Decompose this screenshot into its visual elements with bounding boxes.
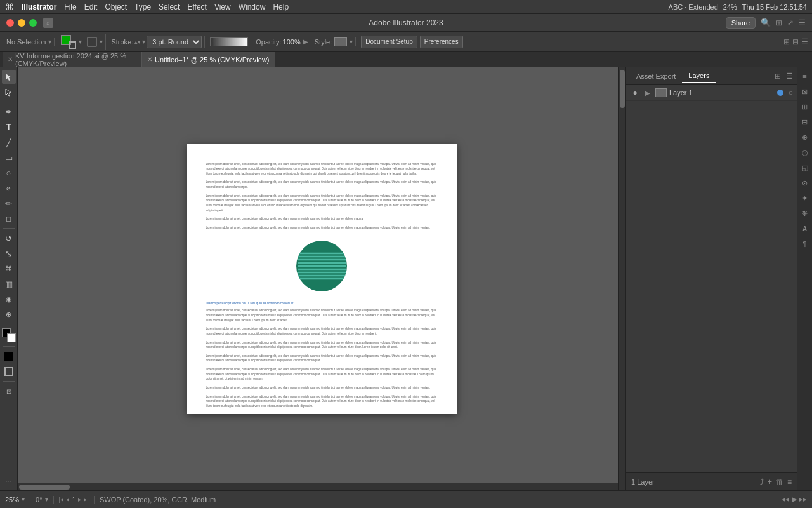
pathfinder-icon[interactable]: ⊕ bbox=[799, 131, 811, 144]
stroke-stepper: ▴▾ bbox=[134, 39, 141, 45]
menu-select[interactable]: Select bbox=[159, 3, 180, 11]
menu-icon[interactable]: ☰ bbox=[799, 18, 806, 27]
menu-help[interactable]: Help bbox=[273, 3, 289, 11]
layer-visibility-icon[interactable]: ● bbox=[630, 88, 640, 98]
menu-effect[interactable]: Effect bbox=[187, 3, 206, 11]
style-dropdown-icon[interactable]: ▾ bbox=[100, 38, 103, 45]
menu-object[interactable]: Object bbox=[105, 3, 127, 11]
eraser-tool[interactable]: ◻ bbox=[2, 211, 16, 225]
fill-dropdown-icon[interactable]: ▾ bbox=[79, 38, 82, 45]
selection-dropdown-icon[interactable]: ▾ bbox=[48, 38, 51, 45]
last-page-btn[interactable]: ▸| bbox=[84, 496, 89, 503]
panel-menu-icon[interactable]: ☰ bbox=[801, 37, 808, 46]
zoom-section: 25% ▾ bbox=[5, 496, 30, 504]
background-swatch[interactable] bbox=[7, 333, 16, 342]
pencil-tool[interactable]: ✏ bbox=[2, 196, 16, 210]
search-icon[interactable]: 🔍 bbox=[761, 18, 771, 27]
graphic-styles-icon[interactable]: ◱ bbox=[799, 161, 811, 174]
rect-tool[interactable]: ▭ bbox=[2, 150, 16, 164]
rotation-dropdown-icon[interactable]: ▾ bbox=[45, 496, 48, 503]
circle-graphic[interactable] bbox=[296, 241, 347, 291]
doc-setup-button[interactable]: Document Setup bbox=[361, 36, 417, 48]
selection-tool[interactable] bbox=[2, 70, 16, 84]
layer-color-indicator bbox=[777, 90, 783, 96]
text-tool[interactable]: T bbox=[2, 120, 16, 134]
grid-view-icon[interactable]: ⊞ bbox=[783, 37, 790, 46]
zoom-tool[interactable]: ⊕ bbox=[2, 307, 16, 321]
tab-2[interactable]: ✕ Untitled–1* @ 25 % (CMYK/Preview) bbox=[142, 52, 275, 67]
scale-tool[interactable]: ⤡ bbox=[2, 246, 16, 260]
tab-bar: ✕ KV Informe gestion 2024.ai @ 25 % (CMY… bbox=[0, 52, 812, 67]
character-icon[interactable]: A bbox=[799, 222, 811, 235]
vertical-scrollbar[interactable] bbox=[618, 67, 625, 490]
layer-options-icon[interactable]: ≡ bbox=[787, 478, 792, 486]
horizontal-scrollbar[interactable] bbox=[18, 483, 618, 490]
warp-tool[interactable]: ⌘ bbox=[2, 262, 16, 276]
opacity-expand-icon[interactable]: ▶ bbox=[303, 38, 308, 45]
v-scroll-thumb[interactable] bbox=[620, 70, 625, 108]
arrange-panels-icon[interactable]: ⊟ bbox=[792, 37, 799, 46]
stroke-swatch[interactable] bbox=[69, 41, 76, 49]
properties-panel-icon[interactable]: ≡ bbox=[799, 70, 811, 83]
delete-layer-icon[interactable]: 🗑 bbox=[776, 478, 783, 486]
align-icon[interactable]: ⊟ bbox=[799, 116, 811, 128]
tab-1[interactable]: ✕ KV Informe gestion 2024.ai @ 25 % (CMY… bbox=[3, 52, 142, 67]
stroke-none-btn[interactable] bbox=[2, 364, 16, 378]
first-page-btn[interactable]: |◂ bbox=[59, 496, 64, 503]
menu-file[interactable]: File bbox=[64, 3, 76, 11]
appearance-icon[interactable]: ◎ bbox=[799, 146, 811, 159]
menu-edit[interactable]: Edit bbox=[84, 3, 98, 11]
menu-type[interactable]: Type bbox=[134, 3, 151, 11]
pen-tool[interactable]: ✒ bbox=[2, 105, 16, 119]
preferences-button[interactable]: Preferences bbox=[420, 36, 463, 48]
stroke-dropdown-icon[interactable]: ▾ bbox=[142, 38, 145, 45]
tab-1-close[interactable]: ✕ bbox=[8, 56, 13, 63]
zoom-dropdown-icon[interactable]: ▾ bbox=[22, 496, 25, 503]
layer-expand-icon[interactable]: ▶ bbox=[643, 88, 653, 98]
h-scroll-thumb[interactable] bbox=[19, 485, 70, 490]
ellipse-tool[interactable]: ○ bbox=[2, 166, 16, 180]
style-dropdown-arrow[interactable]: ▾ bbox=[350, 38, 353, 45]
maximize-button[interactable] bbox=[29, 19, 37, 27]
rotate-tool[interactable]: ↺ bbox=[2, 231, 16, 245]
eyedropper-tool[interactable]: ◉ bbox=[2, 292, 16, 306]
brushes-icon[interactable]: ✦ bbox=[799, 192, 811, 204]
close-button[interactable] bbox=[6, 19, 14, 27]
tab-layers[interactable]: Layers bbox=[682, 69, 716, 83]
libraries-icon[interactable]: ⊠ bbox=[799, 85, 811, 98]
canvas-area[interactable]: Lorem ipsum dolor sit amet, consectetuer… bbox=[18, 67, 625, 490]
prev-page-btn[interactable]: ◂ bbox=[66, 496, 69, 503]
minimize-button[interactable] bbox=[18, 19, 25, 27]
panel-menu-icon[interactable]: ☰ bbox=[786, 72, 793, 81]
menu-view[interactable]: View bbox=[214, 3, 231, 11]
home-button[interactable]: ⌂ bbox=[43, 18, 53, 28]
apple-menu[interactable]: ⌘ bbox=[5, 2, 14, 12]
menu-window[interactable]: Window bbox=[239, 3, 266, 11]
transform-icon[interactable]: ⊞ bbox=[799, 100, 811, 113]
arrange-icon[interactable]: ⊞ bbox=[776, 18, 782, 27]
next-page-btn[interactable]: ▸ bbox=[78, 496, 81, 503]
new-layer-from-selection-icon[interactable]: ⤴ bbox=[760, 478, 764, 486]
symbols-icon[interactable]: ❋ bbox=[799, 207, 811, 220]
media-play-icon[interactable]: ▶ bbox=[792, 495, 797, 504]
create-new-layer-icon[interactable]: + bbox=[768, 478, 772, 486]
media-forward-icon[interactable]: ▸▸ bbox=[799, 495, 807, 504]
paragraph-icon[interactable]: ¶ bbox=[799, 237, 811, 250]
more-tools-btn[interactable]: ··· bbox=[2, 474, 16, 488]
layer-lock-icon[interactable]: ○ bbox=[789, 88, 793, 97]
swatches-icon[interactable]: ⊙ bbox=[799, 177, 811, 189]
stroke-up-arrow[interactable]: ▴▾ bbox=[134, 39, 141, 45]
tab-asset-export[interactable]: Asset Export bbox=[630, 70, 682, 83]
expand-icon[interactable]: ⤢ bbox=[787, 18, 794, 27]
direct-select-tool[interactable] bbox=[2, 85, 16, 99]
screen-mode-btn[interactable]: ⊡ bbox=[2, 384, 16, 398]
line-tool[interactable]: ╱ bbox=[2, 135, 16, 149]
share-button[interactable]: Share bbox=[726, 17, 756, 29]
media-back-icon[interactable]: ◂◂ bbox=[782, 495, 789, 504]
panel-columns-icon[interactable]: ⊞ bbox=[775, 72, 781, 81]
layer-1-row[interactable]: ● ▶ Layer 1 ○ bbox=[626, 85, 797, 101]
gradient-tool[interactable]: ▥ bbox=[2, 277, 16, 291]
stroke-style-select[interactable]: 3 pt. Round bbox=[147, 36, 202, 48]
fill-color-btn[interactable] bbox=[2, 349, 16, 363]
brush-tool[interactable]: ⌀ bbox=[2, 181, 16, 195]
